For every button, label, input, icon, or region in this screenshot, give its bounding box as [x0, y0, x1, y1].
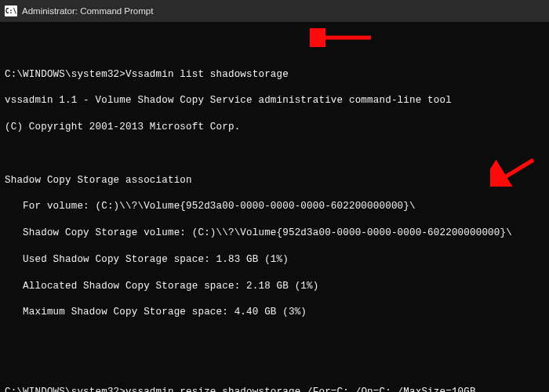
output-line: Shadow Copy Storage volume: (C:)\\?\Volu… [5, 227, 544, 240]
blank-line [5, 359, 544, 372]
prompt-line: C:\WINDOWS\system32>vssadmin resize shad… [5, 386, 544, 392]
blank-line [5, 332, 544, 346]
command-text: Vssadmin list shadowstorage [125, 69, 289, 80]
cmd-icon: C:\ [5, 5, 17, 16]
blank-line [5, 147, 544, 161]
output-line: For volume: (C:)\\?\Volume{952d3a00-0000… [5, 200, 544, 213]
output-line: Shadow Copy Storage association [5, 174, 544, 187]
output-line: (C) Copyright 2001-2013 Microsoft Corp. [5, 121, 544, 134]
output-line: Used Shadow Copy Storage space: 1.83 GB … [5, 253, 544, 267]
command-text: vssadmin resize shadowstorage /For=C: /O… [125, 387, 476, 392]
prompt-line: C:\WINDOWS\system32>Vssadmin list shadow… [5, 68, 544, 82]
blank-line [5, 42, 544, 55]
output-line: Allocated Shadow Copy Storage space: 2.1… [5, 280, 544, 293]
output-line: vssadmin 1.1 - Volume Shadow Copy Servic… [5, 94, 544, 107]
terminal-output[interactable]: C:\WINDOWS\system32>Vssadmin list shadow… [0, 22, 549, 392]
window-title: Administrator: Command Prompt [22, 6, 153, 16]
prompt-text: C:\WINDOWS\system32> [5, 69, 125, 80]
window-titlebar[interactable]: C:\ Administrator: Command Prompt [0, 0, 549, 22]
prompt-text: C:\WINDOWS\system32> [5, 387, 125, 392]
output-line: Maximum Shadow Copy Storage space: 4.40 … [5, 306, 544, 319]
